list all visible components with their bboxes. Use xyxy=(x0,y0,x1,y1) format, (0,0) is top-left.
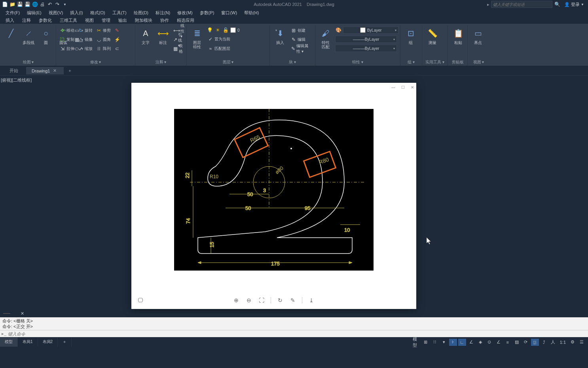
cmd-close-icon[interactable]: ✕ xyxy=(21,311,25,316)
new-tab-button[interactable]: ＋ xyxy=(64,67,76,75)
color-dropdown[interactable]: ByLayer▾ xyxy=(343,27,398,34)
panel-draw-title[interactable]: 绘图 ▾ xyxy=(3,59,53,65)
linetype-dropdown[interactable]: ——— ByLayer▾ xyxy=(335,45,397,52)
offset-button[interactable]: ⊂ xyxy=(113,44,121,53)
leader-button[interactable]: ↗引线 ▾ xyxy=(173,35,185,44)
grid-toggle[interactable]: ⊞ xyxy=(422,339,430,346)
rotate-button[interactable]: ↻旋转 xyxy=(77,26,93,35)
status-dd[interactable]: ▾ xyxy=(440,339,448,346)
insert-button[interactable]: ⬇插入 xyxy=(272,26,288,59)
minimize-icon[interactable]: — xyxy=(391,85,396,90)
circle-button[interactable]: ○圆 xyxy=(38,26,54,59)
login-button[interactable]: 👤 登录 ▼ xyxy=(562,2,586,8)
tab-annotate[interactable]: 注释 xyxy=(18,17,35,24)
otrack-toggle[interactable]: ∠ xyxy=(495,339,503,346)
viewport[interactable]: [俯视][二维线框] — ☐ ✕ R65 R80 ø80 R10 22 74 5… xyxy=(0,76,588,309)
annoscale-toggle[interactable]: 人 xyxy=(549,339,557,346)
model-tab[interactable]: 模型 xyxy=(0,337,18,347)
cycle-toggle[interactable]: ⟳ xyxy=(522,339,530,346)
tab-addins[interactable]: 附加模块 xyxy=(131,17,156,24)
menu-draw[interactable]: 绘图(D) xyxy=(131,9,152,17)
base-button[interactable]: ▭基点 xyxy=(470,26,486,59)
panel-props-title[interactable]: 特性 ▾ xyxy=(318,59,398,65)
ortho-toggle[interactable]: ∟ xyxy=(458,339,466,346)
tab-manage[interactable]: 管理 xyxy=(98,17,114,24)
panel-modify-title[interactable]: 修改 ▾ xyxy=(59,59,133,65)
edit-icon[interactable]: ✎ xyxy=(289,297,296,304)
menu-view[interactable]: 视图(V) xyxy=(46,9,66,17)
array-button[interactable]: ⁞⁞阵列 xyxy=(95,44,112,53)
lineweight-dropdown[interactable]: ——— ByLayer▾ xyxy=(335,36,397,43)
lw-toggle[interactable]: ≡ xyxy=(504,339,512,346)
panel-view-title[interactable]: 视图 ▾ xyxy=(470,59,487,65)
monitor-icon[interactable]: 🖵 xyxy=(137,297,144,304)
menu-format[interactable]: 格式(O) xyxy=(87,9,108,17)
rotate-icon[interactable]: ↻ xyxy=(277,297,284,304)
tab-view[interactable]: 视图 xyxy=(81,17,98,24)
osnap-toggle[interactable]: ⊙ xyxy=(486,339,493,346)
mirror-button[interactable]: ⧋镜像 xyxy=(77,35,93,44)
panel-block-title[interactable]: 块 ▾ xyxy=(272,59,313,65)
text-button[interactable]: A文字 xyxy=(138,26,154,59)
menu-modify[interactable]: 修改(M) xyxy=(174,9,196,17)
explode-button[interactable]: ⚡ xyxy=(113,35,121,44)
tab-output[interactable]: 输出 xyxy=(114,17,131,24)
group-button[interactable]: ⊡组 xyxy=(403,26,419,59)
drawing-tab[interactable]: Drawing1✕ xyxy=(26,67,64,74)
search-icon[interactable]: 🔍 xyxy=(554,1,560,8)
panel-clip-title[interactable]: 剪贴板 xyxy=(450,59,465,65)
new-icon[interactable]: 📄 xyxy=(2,1,8,8)
tab-collab[interactable]: 协作 xyxy=(156,17,173,24)
redo-icon[interactable]: ↷ xyxy=(54,1,61,8)
menu-dim[interactable]: 标注(N) xyxy=(152,9,173,17)
model-toggle[interactable]: 模型 xyxy=(413,339,421,346)
table-button[interactable]: ▦表格 xyxy=(173,44,185,53)
panel-util-title[interactable]: 实用工具 ▾ xyxy=(425,59,445,65)
open-icon[interactable]: 📁 xyxy=(9,1,15,8)
tab-insert[interactable]: 插入 xyxy=(2,17,18,24)
plot-icon[interactable]: 🖨 xyxy=(39,1,46,8)
setcurrent-button[interactable]: ✓置为当前 xyxy=(207,35,277,44)
autoscale-toggle[interactable]: ⤴ xyxy=(540,339,548,346)
iso-toggle[interactable]: ◈ xyxy=(476,339,484,346)
save-icon[interactable]: 💾 xyxy=(17,1,23,8)
tab-3dtools[interactable]: 三维工具 xyxy=(56,17,81,24)
zoom-out-icon[interactable]: ⊖ xyxy=(245,297,252,304)
saveas-icon[interactable]: 💾 xyxy=(24,1,30,8)
custom-toggle[interactable]: ☰ xyxy=(578,339,586,346)
menu-param[interactable]: 参数(P) xyxy=(197,9,218,17)
infer-toggle[interactable]: ⊦ xyxy=(449,339,457,346)
undo-icon[interactable]: ↶ xyxy=(47,1,53,8)
move-button[interactable]: ✥移动 xyxy=(59,26,75,35)
ws-toggle[interactable]: ⚙ xyxy=(569,339,577,346)
zoom-in-icon[interactable]: ⊕ xyxy=(233,297,240,304)
maximize-icon[interactable]: ☐ xyxy=(400,85,405,90)
search-input[interactable] xyxy=(491,1,552,8)
start-tab[interactable]: 开始 xyxy=(2,67,26,75)
download-icon[interactable]: ⤓ xyxy=(308,297,315,304)
close-icon[interactable]: ✕ xyxy=(410,85,415,90)
web-icon[interactable]: 🌐 xyxy=(32,1,38,8)
fit-icon[interactable]: ⛶ xyxy=(258,297,265,304)
layout1-tab[interactable]: 布局1 xyxy=(18,337,38,347)
tab-parametric[interactable]: 参数化 xyxy=(35,17,56,24)
matchlayer-button[interactable]: ≈匹配图层 xyxy=(207,44,277,53)
paste-button[interactable]: 📋粘贴 xyxy=(450,26,466,59)
matchprop-button[interactable]: 🖌特性 匹配 xyxy=(318,26,334,59)
measure-button[interactable]: 📏测量 xyxy=(425,26,440,59)
layout2-tab[interactable]: 布局2 xyxy=(38,337,58,347)
menu-file[interactable]: 文件(F) xyxy=(2,9,23,17)
anno-toggle[interactable]: ⍰ xyxy=(531,339,539,346)
menu-tools[interactable]: 工具(T) xyxy=(109,9,130,17)
line-button[interactable]: ╱ xyxy=(3,26,19,59)
fillet-button[interactable]: ◡圆角 xyxy=(95,35,112,44)
copy-button[interactable]: ⿻复制 xyxy=(59,35,75,44)
menu-edit[interactable]: 编辑(E) xyxy=(24,9,45,17)
panel-annot-title[interactable]: 注释 ▾ xyxy=(138,59,184,65)
layer-props-button[interactable]: ≣图层 特性 xyxy=(189,26,205,59)
trim-button[interactable]: ✂修剪 xyxy=(95,26,112,35)
scale-display[interactable]: 1:1 xyxy=(558,339,567,346)
scale-button[interactable]: ⤢缩放 xyxy=(77,44,93,53)
polar-toggle[interactable]: ∠ xyxy=(467,339,475,346)
layer-dropdown[interactable]: 💡☀🔓0▾ xyxy=(207,26,277,34)
